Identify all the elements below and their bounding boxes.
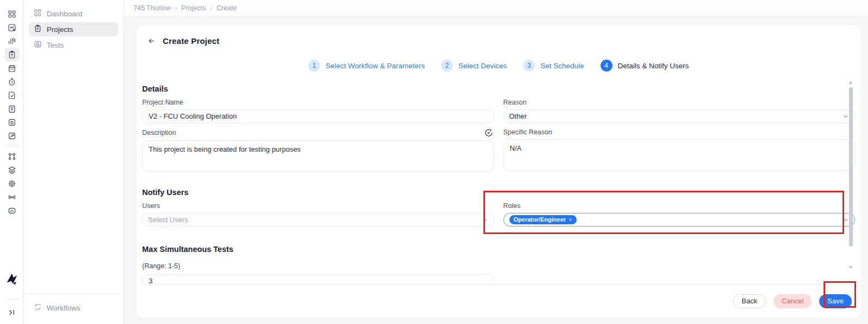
back-button[interactable]: Back: [733, 294, 766, 308]
main-area: 745 Thurlow › Projects › Create Create P…: [124, 0, 868, 324]
broadcast-icon[interactable]: [4, 190, 20, 204]
sidebar-item-label: Workflows: [47, 304, 80, 312]
description-label: Description: [142, 129, 176, 137]
tests-icon: [34, 40, 42, 50]
sidebar-item-label: Projects: [47, 25, 73, 34]
image-chart-icon[interactable]: [4, 129, 20, 142]
max-tests-input[interactable]: [142, 274, 494, 284]
step-number: 3: [523, 60, 535, 72]
dashboard-grid-icon[interactable]: [4, 7, 20, 21]
sidebar-item-projects[interactable]: Projects: [29, 22, 118, 36]
step-select-workflow[interactable]: 1 Select Workflow & Parameters: [308, 60, 425, 72]
page-title: Create Project: [163, 36, 220, 46]
dashboard-grid-icon: [34, 9, 42, 18]
report-sync-icon[interactable]: [4, 115, 20, 129]
icon-rail: [0, 0, 24, 324]
project-name-input[interactable]: [142, 109, 494, 123]
wizard-stepper: 1 Select Workflow & Parameters 2 Select …: [142, 60, 855, 72]
secondary-sidebar: Dashboard Projects Tests Workflows: [24, 0, 124, 324]
reason-select[interactable]: Other: [503, 109, 856, 123]
users-placeholder: Select Users: [148, 216, 188, 224]
rail-divider: [5, 299, 19, 300]
page-content: Create Project 1 Select Workflow & Param…: [124, 17, 868, 324]
sidebar-item-label: Dashboard: [47, 10, 82, 18]
scroll-down-arrow[interactable]: [848, 266, 853, 269]
card-header: Create Project: [137, 25, 860, 51]
step-number: 1: [308, 60, 320, 72]
sidebar-bottom-group: Workflows: [29, 294, 118, 316]
analytics-search-icon[interactable]: [4, 34, 20, 48]
max-tests-heading: Max Simultaneous Tests: [142, 245, 855, 254]
sidebar-item-dashboard[interactable]: Dashboard: [29, 7, 118, 21]
breadcrumb-site[interactable]: 745 Thurlow: [133, 4, 171, 12]
step-details-notify[interactable]: 4 Details & Notify Users: [601, 60, 689, 72]
step-set-schedule[interactable]: 3 Set Schedule: [523, 60, 584, 72]
description-textarea[interactable]: This project is being created for testin…: [142, 140, 494, 172]
sidebar-item-workflows[interactable]: Workflows: [29, 301, 118, 315]
notify-users-heading: Notify Users: [142, 188, 855, 197]
app-window: Dashboard Projects Tests Workflows 745 T…: [0, 0, 868, 324]
clipboard-list-icon[interactable]: [4, 102, 20, 115]
create-project-card: Create Project 1 Select Workflow & Param…: [137, 25, 860, 317]
role-tag-label: Operator/Engineer: [514, 217, 566, 223]
step-number: 4: [601, 60, 612, 72]
projects-clipboard-icon[interactable]: [4, 48, 20, 61]
workflow-nodes-icon[interactable]: [4, 150, 20, 163]
reason-value: Other: [509, 112, 527, 120]
topbar: 745 Thurlow › Projects › Create: [124, 0, 868, 17]
sidebar-divider: [28, 294, 119, 294]
timer-icon[interactable]: [4, 75, 20, 88]
users-label: Users: [142, 202, 494, 210]
roles-multiselect[interactable]: Operator/Engineer ×: [503, 213, 856, 226]
breadcrumb: 745 Thurlow › Projects › Create: [133, 4, 237, 12]
roles-label: Roles: [503, 202, 856, 210]
projects-clipboard-icon: [34, 24, 42, 34]
specific-reason-label: Specific Reason: [503, 128, 856, 136]
workflows-sync-icon: [34, 303, 42, 313]
breadcrumb-create[interactable]: Create: [216, 4, 237, 12]
brand-logo: [5, 272, 19, 288]
breadcrumb-projects[interactable]: Projects: [181, 4, 206, 12]
chevron-right-icon: ›: [210, 5, 212, 11]
chart-box-icon[interactable]: [4, 204, 20, 217]
scrollbar-thumb[interactable]: [849, 87, 853, 247]
role-tag-operator-engineer: Operator/Engineer ×: [509, 215, 577, 224]
chevron-right-icon: ›: [175, 5, 177, 11]
document-check-icon[interactable]: [4, 88, 20, 102]
settings-gear-icon[interactable]: [4, 177, 20, 190]
reason-label: Reason: [503, 99, 856, 106]
scroll-up-arrow[interactable]: [848, 81, 853, 84]
calendar-icon[interactable]: [4, 61, 20, 75]
cancel-button[interactable]: Cancel: [774, 294, 812, 308]
project-name-label: Project Name: [142, 99, 494, 106]
step-label: Select Workflow & Parameters: [326, 62, 425, 70]
back-arrow-icon[interactable]: [148, 37, 156, 45]
step-select-devices[interactable]: 2 Select Devices: [441, 60, 507, 72]
step-label: Set Schedule: [540, 62, 584, 70]
remove-tag-icon[interactable]: ×: [569, 217, 572, 223]
save-button[interactable]: Save: [819, 294, 852, 308]
form-scrollbar: [848, 81, 853, 269]
step-number: 2: [441, 60, 453, 72]
step-label: Details & Notify Users: [618, 62, 689, 70]
layers-icon[interactable]: [4, 163, 20, 177]
sidebar-item-label: Tests: [47, 41, 64, 49]
max-tests-range-label: (Range: 1-5): [142, 262, 855, 270]
chevron-down-icon: [482, 217, 488, 223]
users-select[interactable]: Select Users: [142, 213, 494, 226]
details-heading: Details: [142, 85, 855, 93]
form-body: 1 Select Workflow & Parameters 2 Select …: [137, 51, 860, 284]
collapse-panel-icon[interactable]: [8, 308, 16, 319]
description-check-icon[interactable]: [484, 128, 493, 137]
rail-bottom-group: [5, 272, 19, 319]
form-footer: Back Cancel Save: [142, 284, 855, 317]
specific-reason-textarea[interactable]: N/A: [503, 139, 856, 171]
chart-settings-icon[interactable]: [4, 21, 20, 34]
sidebar-item-tests[interactable]: Tests: [29, 38, 118, 52]
rail-divider: [5, 146, 19, 146]
step-label: Select Devices: [458, 62, 507, 70]
